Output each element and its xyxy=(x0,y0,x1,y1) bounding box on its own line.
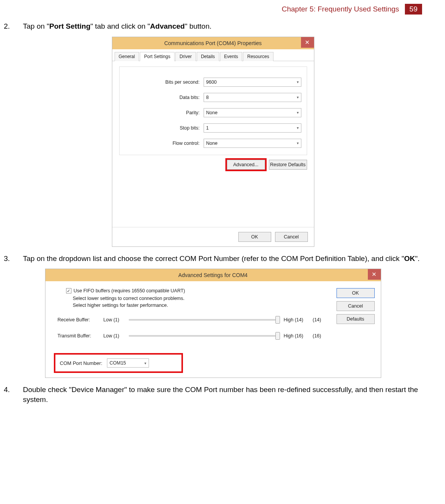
advanced-settings-dialog: Advanced Settings for COM4 ✕ ✓ Use FIFO … xyxy=(45,269,381,378)
transmit-buffer-slider[interactable] xyxy=(129,332,280,340)
restore-defaults-button[interactable]: Restore Defaults xyxy=(269,160,307,170)
databits-select[interactable]: 8 ▾ xyxy=(204,93,301,102)
cancel-button[interactable]: Cancel xyxy=(337,301,375,311)
fifo-checkbox-row: ✓ Use FIFO buffers (requires 16550 compa… xyxy=(66,288,329,293)
parity-select[interactable]: None ▾ xyxy=(204,108,301,117)
step-number: 4. xyxy=(4,385,23,395)
cancel-button[interactable]: Cancel xyxy=(275,232,308,242)
transmit-low-label: Low (1) xyxy=(104,333,125,339)
step-body: Double check "Device Manager" to make su… xyxy=(23,385,422,404)
chevron-down-icon: ▾ xyxy=(297,141,299,145)
close-button[interactable]: ✕ xyxy=(368,269,381,280)
page-header: Chapter 5: Frequently Used Settings 59 xyxy=(4,4,422,15)
hint-higher: Select higher settings for faster perfor… xyxy=(73,303,329,308)
transmit-value: (16) xyxy=(313,333,329,339)
transmit-buffer-row: Transmit Buffer: Low (1) High (16) (16) xyxy=(58,332,329,340)
fifo-label: Use FIFO buffers (requires 16550 compati… xyxy=(74,288,185,293)
dialog-titlebar: Advanced Settings for COM4 ✕ xyxy=(45,269,381,281)
com-properties-dialog: Communications Port (COM4) Properties ✕ … xyxy=(112,37,314,247)
page-number: 59 xyxy=(405,4,422,15)
transmit-high-label: High (16) xyxy=(284,333,309,339)
com-port-row: COM Port Number: COM15 ▾ xyxy=(55,355,181,371)
fifo-checkbox[interactable]: ✓ xyxy=(66,288,71,293)
advanced-button[interactable]: Advanced... xyxy=(227,160,265,170)
receive-value: (14) xyxy=(313,317,329,322)
step-body: Tap on "Port Setting" tab and click on "… xyxy=(23,21,422,31)
tab-port-settings[interactable]: Port Settings xyxy=(140,52,175,61)
close-icon: ✕ xyxy=(305,39,310,46)
bps-label: Bits per second: xyxy=(125,79,204,85)
step-number: 2. xyxy=(4,21,23,31)
slider-track xyxy=(129,319,280,321)
tab-details[interactable]: Details xyxy=(197,52,219,61)
step-number: 3. xyxy=(4,254,23,264)
chevron-down-icon: ▾ xyxy=(297,95,299,99)
com-port-select[interactable]: COM15 ▾ xyxy=(107,358,149,368)
step-3: 3. Tap on the dropdown list and choose t… xyxy=(4,254,422,264)
stopbits-label: Stop bits: xyxy=(125,125,204,131)
defaults-button[interactable]: Defaults xyxy=(337,314,375,324)
receive-high-label: High (14) xyxy=(284,317,309,322)
tab-resources[interactable]: Resources xyxy=(243,52,273,61)
dialog-titlebar: Communications Port (COM4) Properties ✕ xyxy=(112,37,314,49)
check-icon: ✓ xyxy=(67,289,70,293)
slider-thumb[interactable] xyxy=(275,332,280,340)
databits-label: Data bits: xyxy=(125,95,204,100)
tab-strip: General Port Settings Driver Details Eve… xyxy=(112,49,314,61)
chevron-down-icon: ▾ xyxy=(297,126,299,130)
tab-driver[interactable]: Driver xyxy=(175,52,196,61)
ok-button[interactable]: OK xyxy=(238,232,271,242)
receive-buffer-slider[interactable] xyxy=(129,316,280,324)
port-settings-group: Bits per second: 9600 ▾ Data bits: 8 ▾ xyxy=(119,66,307,155)
parity-label: Parity: xyxy=(125,110,204,115)
receive-low-label: Low (1) xyxy=(104,317,125,322)
dialog-title: Advanced Settings for COM4 xyxy=(178,272,248,278)
close-button[interactable]: ✕ xyxy=(301,37,314,48)
slider-track xyxy=(129,335,280,337)
flow-select[interactable]: None ▾ xyxy=(204,139,301,148)
chevron-down-icon: ▾ xyxy=(144,361,146,365)
chapter-title: Chapter 5: Frequently Used Settings xyxy=(282,5,399,13)
receive-buffer-row: Receive Buffer: Low (1) High (14) (14) xyxy=(58,316,329,324)
ok-button[interactable]: OK xyxy=(337,288,375,298)
stopbits-select[interactable]: 1 ▾ xyxy=(204,123,301,133)
receive-buffer-label: Receive Buffer: xyxy=(58,317,100,322)
step-body: Tap on the dropdown list and choose the … xyxy=(23,254,422,264)
chevron-down-icon: ▾ xyxy=(297,110,299,115)
step-2: 2. Tap on "Port Setting" tab and click o… xyxy=(4,21,422,31)
slider-thumb[interactable] xyxy=(275,316,280,324)
step-4: 4. Double check "Device Manager" to make… xyxy=(4,385,422,404)
com-port-label: COM Port Number: xyxy=(60,360,102,366)
flow-label: Flow control: xyxy=(125,141,204,146)
transmit-buffer-label: Transmit Buffer: xyxy=(58,333,100,339)
bps-select[interactable]: 9600 ▾ xyxy=(204,78,301,87)
tab-general[interactable]: General xyxy=(115,52,139,61)
tab-events[interactable]: Events xyxy=(220,52,243,61)
close-icon: ✕ xyxy=(372,271,377,278)
hint-lower: Select lower settings to correct connect… xyxy=(73,296,329,301)
dialog-title: Communications Port (COM4) Properties xyxy=(164,40,262,46)
chevron-down-icon: ▾ xyxy=(297,80,299,84)
